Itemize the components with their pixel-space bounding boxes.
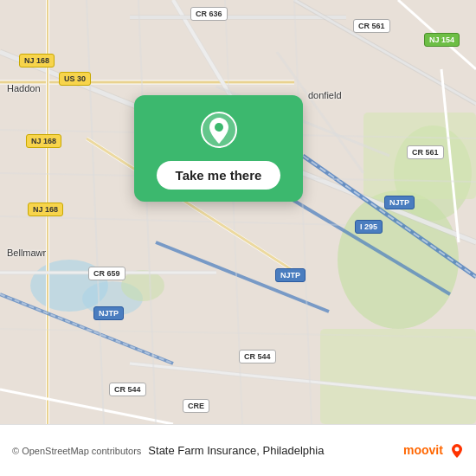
road-label-cr544-2: CR 544	[109, 383, 146, 396]
svg-point-46	[215, 123, 223, 132]
road-label-nj154: NJ 154	[424, 33, 460, 47]
svg-text:moovit: moovit	[403, 443, 443, 457]
copyright-text: © OpenStreetMap contributors	[12, 446, 141, 456]
road-label-cr561-1: CR 561	[353, 19, 390, 33]
place-label-donfield: donfield	[308, 90, 342, 100]
moovit-logo: moovit	[402, 439, 464, 463]
road-label-njtp-3: NJTP	[275, 268, 306, 282]
bottom-bar: © OpenStreetMap contributors State Farm …	[0, 424, 476, 476]
road-label-njtp-1: NJTP	[384, 196, 415, 209]
road-label-nj168-2: NJ 168	[26, 134, 61, 148]
place-label-bellmawr: Bellmawr	[7, 248, 46, 258]
road-label-cr659: CR 659	[88, 267, 125, 280]
svg-rect-7	[320, 329, 476, 424]
place-label-haddon: Haddon	[7, 83, 41, 93]
road-label-cr636: CR 636	[190, 7, 228, 21]
road-label-i295: I 295	[355, 220, 383, 234]
map-container: NJ 168 US 30 CR 636 CR 561 NJ 154 NJ 168…	[0, 0, 476, 424]
take-me-there-button[interactable]: Take me there	[157, 161, 281, 190]
road-label-cr544-1: CR 544	[239, 350, 276, 363]
location-pin-icon	[200, 111, 238, 149]
road-label-nj168-3: NJ 168	[28, 203, 63, 216]
location-popup: Take me there	[134, 95, 303, 202]
road-label-cre: CRE	[183, 399, 209, 413]
road-label-njtp-2: NJTP	[93, 306, 124, 320]
road-label-nj168-1: NJ 168	[19, 54, 55, 68]
svg-point-48	[455, 447, 460, 451]
road-label-us30: US 30	[59, 72, 91, 86]
map-background	[0, 0, 476, 424]
location-name: State Farm Insurance, Philadelphia	[148, 444, 324, 457]
road-label-cr561-2: CR 561	[407, 145, 444, 159]
moovit-logo-svg: moovit	[402, 439, 464, 463]
